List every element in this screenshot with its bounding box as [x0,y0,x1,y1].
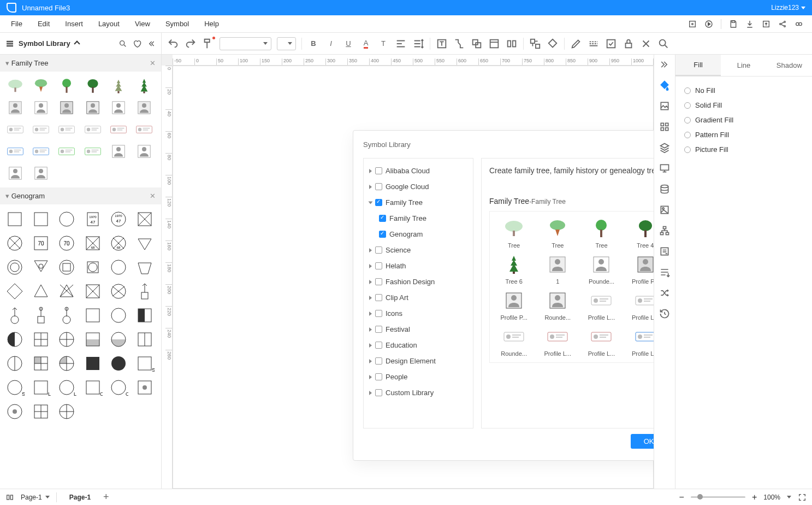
shape-thumb[interactable] [4,142,26,161]
zoom-out-button[interactable]: − [679,492,684,502]
preview-item[interactable]: Profile L... [625,325,654,357]
download-icon[interactable] [745,20,754,28]
genogram-shape[interactable] [55,280,78,303]
preview-item[interactable]: Tree [537,217,578,249]
genogram-shape[interactable] [133,304,156,327]
shape-thumb[interactable] [133,142,155,161]
genogram-shape[interactable] [3,328,26,351]
category-festival[interactable]: Festival [366,321,471,337]
preview-item[interactable]: Profile L... [580,325,622,357]
category-helath[interactable]: Helath [366,258,471,274]
tools-button[interactable] [640,38,652,50]
genogram-shape[interactable] [55,328,78,351]
layers-tool-icon[interactable] [659,142,670,153]
tab-line[interactable]: Line [721,55,766,76]
genogram-shape[interactable]: 70 [55,232,78,255]
grid-tool-icon[interactable] [659,121,670,132]
preview-item[interactable]: Tree 4 [625,217,654,249]
data-tool-icon[interactable] [659,184,670,195]
add-page-button[interactable]: + [103,491,109,503]
shape-thumb[interactable] [30,98,52,118]
subcategory-family-tree[interactable]: Family Tree [366,210,471,226]
sitemap-tool-icon[interactable] [659,225,670,236]
preview-item[interactable]: Tree 6 [493,253,535,285]
genogram-shape[interactable] [107,304,130,327]
genogram-shape[interactable] [107,280,130,303]
fill-button[interactable] [547,38,559,50]
genogram-shape[interactable] [3,400,26,423]
preview-item[interactable]: 1 [537,253,578,285]
align-button[interactable] [395,38,407,50]
genogram-shape[interactable] [29,304,52,327]
genogram-shape[interactable]: 197047 [81,208,104,231]
zoom-slider[interactable] [691,496,745,498]
preview-item[interactable]: Profile P... [625,253,654,285]
menu-layout[interactable]: Layout [91,16,127,31]
shape-thumb[interactable] [30,163,52,183]
genogram-shape[interactable] [55,400,78,423]
lock-button[interactable] [623,38,635,50]
fill-option-pattern-fill[interactable]: Pattern Fill [684,127,803,142]
category-fashion-design[interactable]: Fashion Design [366,274,471,290]
shape-thumb[interactable] [30,142,52,161]
genogram-shape[interactable] [133,256,156,279]
line-spacing-button[interactable] [412,38,424,50]
shape-thumb[interactable] [82,142,104,161]
font-family-select[interactable] [220,37,271,50]
shuffle-tool-icon[interactable] [659,287,670,298]
fill-option-gradient-fill[interactable]: Gradient Fill [684,113,803,127]
genogram-shape[interactable] [133,208,156,231]
container-button[interactable] [488,38,500,50]
search-toolbar-button[interactable] [657,38,669,50]
font-color-button[interactable]: A [360,38,372,50]
category-clip-art[interactable]: Clip Art [366,290,471,306]
shape-thumb[interactable] [4,98,26,118]
align-shapes-button[interactable] [506,38,518,50]
focus-icon[interactable] [688,20,697,28]
ok-button[interactable]: OK [631,434,654,449]
close-icon[interactable]: ✕ [150,59,156,67]
collapse-icon[interactable] [147,39,156,48]
tab-fill[interactable]: Fill [675,55,721,76]
zoom-value[interactable]: 100% [763,494,780,501]
category-science[interactable]: Science [366,242,471,258]
group-button[interactable] [529,38,541,50]
menu-symbol[interactable]: Symbol [158,16,197,31]
menu-help[interactable]: Help [197,16,227,31]
genogram-shape[interactable] [107,328,130,351]
genogram-shape[interactable] [29,328,52,351]
form-tool-icon[interactable] [659,246,670,257]
genogram-shape[interactable] [3,232,26,255]
image-tool-icon[interactable] [659,101,670,111]
genogram-shape[interactable] [133,328,156,351]
shape-thumb[interactable] [56,98,78,118]
genogram-shape[interactable]: 68 [81,232,104,255]
redo-button[interactable] [185,38,197,50]
line-style-button[interactable] [588,38,600,50]
shape-thumb[interactable] [4,120,26,139]
search-icon[interactable] [118,39,127,48]
genogram-shape[interactable] [107,256,130,279]
preview-item[interactable]: Pounde... [580,253,622,285]
export-icon[interactable] [762,20,770,28]
shape-thumb[interactable] [133,76,155,96]
page-select[interactable]: Page-1 [21,494,50,501]
table-tool-icon[interactable] [659,267,670,278]
genogram-shape[interactable] [55,256,78,279]
share-icon[interactable] [778,20,787,28]
genogram-shape[interactable] [55,352,78,375]
genogram-shape[interactable] [3,352,26,375]
shape-thumb[interactable] [4,76,26,96]
format-painter-button[interactable] [202,38,214,50]
shape-thumb[interactable] [108,142,129,161]
zoom-in-button[interactable]: + [752,492,757,502]
page-tab[interactable]: Page-1 [63,491,97,504]
preview-item[interactable]: Tree [493,217,535,249]
fill-option-picture-fill[interactable]: Picture Fill [684,142,803,157]
check-button[interactable] [605,38,617,50]
genogram-shape[interactable] [133,232,156,255]
preview-item[interactable]: Profile L... [580,289,622,321]
preview-item[interactable]: Profile L... [537,325,578,357]
shape-thumb[interactable] [133,98,155,118]
shape-thumb[interactable] [56,76,78,96]
